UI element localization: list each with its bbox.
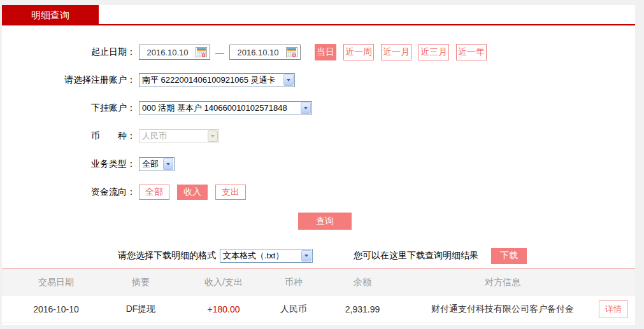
sub-account-row: 下挂账户： 000 活期 基本户 140660010102571848 bbox=[2, 101, 635, 116]
date-range-row: 起止日期： 2016.10.10 — bbox=[2, 45, 635, 60]
registered-account-row: 请选择注册账户： 南平 6222001406100921065 灵通卡 bbox=[2, 73, 635, 88]
sub-account-value: 000 活期 基本户 140660010102571848 bbox=[140, 102, 300, 114]
fund-flow-row: 资金流向： 全部 收入 支出 bbox=[2, 185, 635, 200]
date-separator: — bbox=[215, 47, 224, 57]
cell-summary: DF提现 bbox=[110, 296, 171, 323]
currency-select: 人民币 bbox=[139, 129, 219, 143]
header-currency: 币种 bbox=[276, 269, 311, 296]
start-date-input[interactable]: 2016.10.10 bbox=[139, 45, 210, 60]
download-format-select[interactable]: 文本格式（.txt） bbox=[220, 249, 313, 263]
chevron-down-icon bbox=[301, 102, 311, 114]
cell-currency: 人民币 bbox=[276, 296, 311, 323]
download-format-label: 请您选择下载明细的格式 bbox=[118, 250, 216, 262]
calendar-icon[interactable] bbox=[196, 47, 208, 58]
business-type-select[interactable]: 全部 bbox=[139, 157, 175, 171]
download-button[interactable]: 下载 bbox=[491, 248, 527, 264]
tab-bar: 明细查询 bbox=[2, 5, 635, 25]
currency-value: 人民币 bbox=[140, 130, 207, 142]
query-button-row: 查询 bbox=[2, 213, 635, 230]
header-balance: 余额 bbox=[311, 269, 413, 296]
sub-account-select[interactable]: 000 活期 基本户 140660010102571848 bbox=[139, 101, 312, 115]
quick-btn-last-week[interactable]: 近一周 bbox=[343, 44, 374, 60]
download-format-value: 文本格式（.txt） bbox=[220, 250, 301, 262]
quick-btn-last-3-months[interactable]: 近三月 bbox=[419, 44, 449, 60]
detail-button[interactable]: 详情 bbox=[599, 300, 628, 318]
quick-btn-today[interactable]: 当日 bbox=[315, 44, 336, 60]
end-date-input[interactable]: 2016.10.10 bbox=[229, 45, 301, 60]
business-type-label: 业务类型： bbox=[2, 158, 139, 170]
fund-flow-all-button[interactable]: 全部 bbox=[139, 185, 169, 200]
results-table: 交易日期 摘要 收入/支出 币种 余额 对方信息 2016-10-10 DF提现… bbox=[2, 269, 635, 323]
business-type-value: 全部 bbox=[140, 158, 162, 170]
date-range-label: 起止日期： bbox=[2, 46, 139, 58]
calendar-icon[interactable] bbox=[286, 47, 299, 58]
header-income-expense: 收入/支出 bbox=[171, 269, 276, 296]
query-button[interactable]: 查询 bbox=[298, 213, 352, 230]
sub-account-label: 下挂账户： bbox=[2, 102, 139, 114]
table-row: 2016-10-10 DF提现 +180.00 人民币 2,931.99 财付通… bbox=[2, 296, 635, 323]
fund-flow-income-button[interactable]: 收入 bbox=[177, 185, 208, 200]
cell-transaction-date: 2016-10-10 bbox=[2, 296, 110, 323]
cell-actions: 详情 bbox=[592, 296, 635, 323]
download-row: 请您选择下载明细的格式 文本格式（.txt） 您可以在这里下载查询明细结果 下载 bbox=[118, 248, 635, 264]
header-counterparty: 对方信息 bbox=[413, 269, 592, 296]
start-date-value: 2016.10.10 bbox=[140, 48, 196, 57]
currency-row: 币 种： 人民币 bbox=[2, 129, 635, 144]
registered-account-label: 请选择注册账户： bbox=[2, 74, 139, 86]
header-actions bbox=[592, 269, 635, 296]
fund-flow-label: 资金流向： bbox=[2, 186, 139, 198]
cell-counterparty: 财付通支付科技有限公司客户备付金 bbox=[413, 296, 592, 323]
main-panel: 明细查询 起止日期： 2016.10.10 bbox=[2, 5, 635, 325]
quick-btn-last-year[interactable]: 近一年 bbox=[456, 44, 487, 60]
fund-flow-expense-button[interactable]: 支出 bbox=[215, 185, 246, 200]
chevron-down-icon bbox=[283, 74, 294, 86]
chevron-down-icon bbox=[301, 250, 311, 262]
quick-btn-last-month[interactable]: 近一月 bbox=[381, 44, 411, 60]
registered-account-select[interactable]: 南平 6222001406100921065 灵通卡 bbox=[139, 73, 295, 87]
download-hint: 您可以在这里下载查询明细结果 bbox=[354, 250, 478, 262]
end-date-value: 2016.10.10 bbox=[230, 48, 286, 57]
query-form: 起止日期： 2016.10.10 — bbox=[2, 25, 635, 230]
cell-balance: 2,931.99 bbox=[311, 296, 413, 323]
cell-amount: +180.00 bbox=[171, 296, 276, 323]
chevron-down-icon bbox=[163, 158, 173, 170]
tab-detail-query[interactable]: 明细查询 bbox=[2, 5, 99, 25]
header-summary: 摘要 bbox=[110, 269, 171, 296]
header-transaction-date: 交易日期 bbox=[2, 269, 110, 296]
registered-account-value: 南平 6222001406100921065 灵通卡 bbox=[140, 74, 283, 86]
business-type-row: 业务类型： 全部 bbox=[2, 157, 635, 172]
currency-label: 币 种： bbox=[2, 130, 139, 142]
table-header-row: 交易日期 摘要 收入/支出 币种 余额 对方信息 bbox=[2, 269, 635, 296]
chevron-down-icon bbox=[208, 130, 218, 142]
